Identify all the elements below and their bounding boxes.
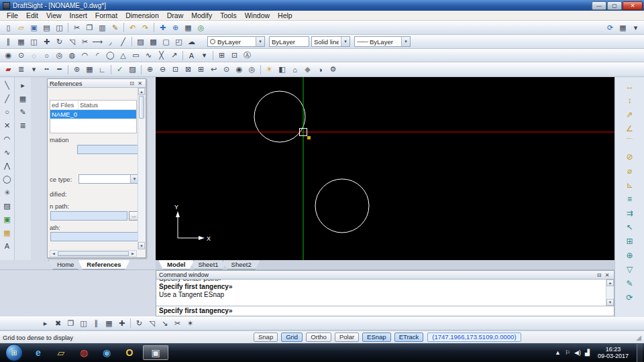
taskbar-media-player-icon[interactable]: ◉ xyxy=(97,345,116,360)
extend-icon[interactable]: ⟶ xyxy=(91,36,104,48)
construction-line-icon[interactable]: ╳ xyxy=(155,50,168,61)
scroll-up-icon[interactable]: ▲ xyxy=(138,88,145,95)
workspace-dropdown-icon[interactable]: ▾ xyxy=(629,22,642,34)
show-desktop-button[interactable] xyxy=(637,344,643,362)
close-button[interactable]: ✕ xyxy=(623,1,643,10)
circle-2point-icon[interactable]: ◌ xyxy=(28,50,40,61)
rotate-icon[interactable]: ↻ xyxy=(133,318,146,329)
menu-modify[interactable]: Modify xyxy=(187,11,216,19)
copy-icon[interactable]: ❐ xyxy=(83,22,96,34)
ordinate-dimension-icon[interactable]: ⊾ xyxy=(623,178,637,192)
view-manager-icon[interactable]: ▦ xyxy=(182,22,195,34)
menu-tools[interactable]: Tools xyxy=(216,11,241,19)
referenced-files-list[interactable]: ed Files Status NAME_0 xyxy=(50,100,137,133)
layer-dropdown-icon[interactable]: ▾ xyxy=(28,64,40,75)
hatch-icon[interactable]: ▨ xyxy=(134,36,147,48)
explode-icon[interactable]: ✶ xyxy=(184,318,197,329)
menu-view[interactable]: View xyxy=(42,11,66,19)
reference-type-combo[interactable]: ▾ xyxy=(78,174,139,184)
linear-dimension-icon[interactable]: ↕ xyxy=(623,93,637,107)
paste-icon[interactable]: ▥ xyxy=(96,22,109,34)
select-icon[interactable]: ▸ xyxy=(39,318,52,329)
circle-icon[interactable]: ○ xyxy=(1,105,13,119)
trim-icon[interactable]: ✂ xyxy=(78,36,91,48)
start-button[interactable]: ⊞ xyxy=(5,344,23,361)
arc-3point-icon[interactable]: ◠ xyxy=(78,50,91,61)
scale-icon[interactable]: ◹ xyxy=(66,36,78,48)
float-icon[interactable]: ⊟ xyxy=(595,272,603,278)
select-icon[interactable]: ▸ xyxy=(17,78,30,92)
update-dimension-icon[interactable]: ⟳ xyxy=(623,290,637,304)
zoom-fit-icon[interactable]: ⊠ xyxy=(182,64,195,75)
move-icon[interactable]: ✚ xyxy=(40,36,53,48)
tab-model[interactable]: Model xyxy=(158,260,194,269)
ray-icon[interactable]: ↗ xyxy=(168,50,180,61)
line-color-combo[interactable]: ByLayer xyxy=(269,36,309,47)
print-icon[interactable]: ▤ xyxy=(40,22,53,34)
ellipse-icon[interactable]: ◯ xyxy=(1,172,13,186)
zoom-center-icon[interactable]: ⊙ xyxy=(220,64,233,75)
workspace-icon[interactable]: ▦ xyxy=(616,22,629,34)
line-style-combo[interactable]: Solid line ▾ xyxy=(311,36,350,47)
command-input[interactable]: Specify first tangency» xyxy=(156,306,614,316)
region-icon[interactable]: ▣ xyxy=(1,213,13,226)
menu-dimension[interactable]: Dimension xyxy=(121,11,163,19)
shade-icon[interactable]: ◑ xyxy=(314,64,327,75)
named-views-icon[interactable]: ⌂ xyxy=(288,64,301,75)
smart-select-icon[interactable]: ◉ xyxy=(2,50,15,61)
zoom-previous-icon[interactable]: ↩ xyxy=(207,64,220,75)
angular-dimension-icon[interactable]: ∠ xyxy=(623,121,637,135)
layer-combo[interactable]: ByLayer ▾ xyxy=(207,36,265,47)
menu-format[interactable]: Format xyxy=(91,11,121,19)
entity-snap-icon[interactable]: ⊛ xyxy=(70,64,83,75)
mirror-icon[interactable]: ◫ xyxy=(28,36,40,48)
refresh-icon[interactable]: ⟳ xyxy=(604,22,616,34)
tab-references[interactable]: References xyxy=(78,260,129,269)
show-hidden-icons-icon[interactable]: ▲ xyxy=(555,349,561,356)
redo-icon[interactable]: ↷ xyxy=(139,22,152,34)
zoom-selected-icon[interactable]: ◎ xyxy=(246,64,258,75)
revision-cloud-icon[interactable]: ☁ xyxy=(185,36,198,48)
gradient-hatch-icon[interactable]: ▩ xyxy=(147,36,160,48)
line-weight-combo[interactable]: —— ByLayer ▾ xyxy=(354,36,411,47)
note-icon[interactable]: A xyxy=(185,50,198,61)
scroll-up-icon[interactable]: ▲ xyxy=(606,280,614,286)
action-center-flag-icon[interactable]: ⚐ xyxy=(565,349,570,356)
leader-icon[interactable]: ↖ xyxy=(623,220,637,234)
zoom-out-icon[interactable]: ⊖ xyxy=(156,64,169,75)
copy-entity-icon[interactable]: ❐ xyxy=(64,318,77,329)
menu-window[interactable]: Window xyxy=(241,11,274,19)
snap-grid-icon[interactable]: ▦ xyxy=(83,64,96,75)
save-file-icon[interactable]: ▣ xyxy=(28,22,40,34)
selected-reference-row[interactable]: NAME_0 xyxy=(50,110,136,119)
toggle-grid[interactable]: Grid xyxy=(281,333,303,342)
menu-file[interactable]: File xyxy=(3,11,22,19)
mouse-gestures-icon[interactable]: ◎ xyxy=(195,22,207,34)
layer-preview-icon[interactable]: ≣ xyxy=(17,119,30,132)
menu-edit[interactable]: Edit xyxy=(22,11,42,19)
found-path-field[interactable] xyxy=(50,211,127,221)
split-icon[interactable]: ╱ xyxy=(117,36,129,48)
ellipse-icon[interactable]: ◯ xyxy=(104,50,117,61)
hatch-icon[interactable]: ▨ xyxy=(1,199,13,213)
toggle-ortho[interactable]: Ortho xyxy=(306,333,331,342)
spline-icon[interactable]: ∿ xyxy=(1,145,13,159)
tab-home[interactable]: Home xyxy=(48,260,83,269)
settings-gear-icon[interactable]: ⚙ xyxy=(327,64,339,75)
trim-icon[interactable]: ✂ xyxy=(171,318,184,329)
center-mark-icon[interactable]: ⊕ xyxy=(623,248,637,262)
entity-circle-2[interactable] xyxy=(315,179,369,233)
baseline-dimension-icon[interactable]: ≡ xyxy=(623,192,637,206)
line-icon[interactable]: ╲ xyxy=(1,78,13,92)
taskbar-draftsight-icon[interactable]: ▣ xyxy=(143,345,168,360)
render-icon[interactable]: ◆ xyxy=(301,64,314,75)
circle-tangent-icon[interactable]: ◎ xyxy=(53,50,66,61)
rectangle-icon[interactable]: ▭ xyxy=(129,50,142,61)
offset-icon[interactable]: ∥ xyxy=(90,318,103,329)
volume-icon[interactable]: ◀) xyxy=(574,349,581,356)
zoom-extents-icon[interactable]: ⊞ xyxy=(195,64,207,75)
scroll-right-icon[interactable]: ▶ xyxy=(129,251,136,256)
polyline-icon[interactable]: ⋀ xyxy=(1,159,13,172)
line-style-icon[interactable]: ╍ xyxy=(40,64,53,75)
ortho-mode-icon[interactable]: ∟ xyxy=(96,64,109,75)
